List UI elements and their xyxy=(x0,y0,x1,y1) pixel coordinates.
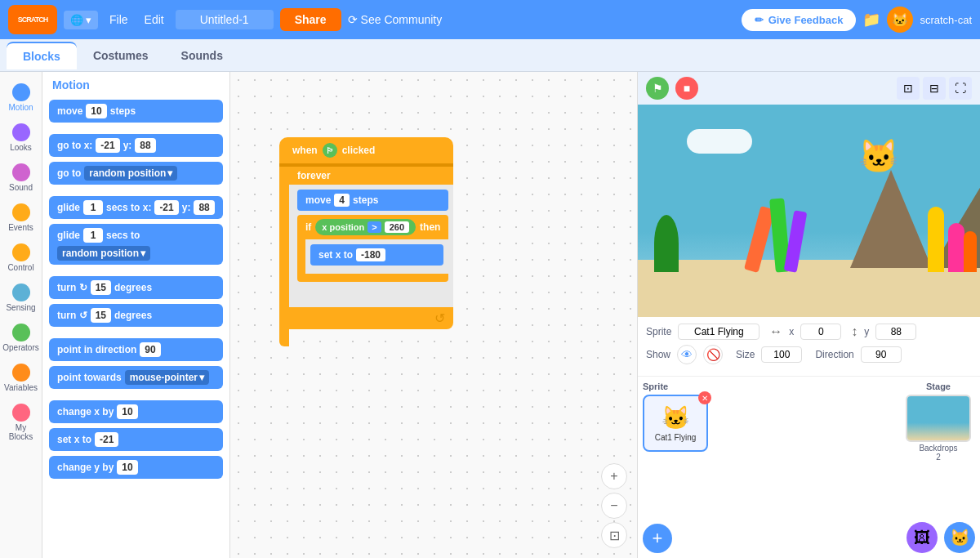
give-feedback-button[interactable]: ✏ Give Feedback xyxy=(742,9,857,31)
block-change-x[interactable]: change x by 10 xyxy=(49,400,223,423)
direction-input[interactable] xyxy=(861,346,902,363)
avatar-emoji: 🐱 xyxy=(892,12,908,28)
tab-blocks[interactable]: Blocks xyxy=(7,42,77,69)
username-label[interactable]: scratch-cat xyxy=(920,14,972,26)
block-set-x[interactable]: set x to -21 xyxy=(49,428,223,451)
sprite-action-icon: 🐱 xyxy=(950,528,970,547)
show-hidden-button[interactable]: 🚫 xyxy=(703,345,723,364)
forever-block[interactable]: forever move 4 steps xyxy=(279,167,453,346)
normal-view-button[interactable]: ⊡ xyxy=(897,77,920,100)
scratch-logo[interactable]: SCRATCH xyxy=(8,5,57,34)
forever-arrow-icon: ↺ xyxy=(434,310,445,326)
cond-val[interactable]: 260 xyxy=(385,221,409,233)
project-title[interactable]: Untitled-1 xyxy=(176,10,274,29)
set-x-val[interactable]: -180 xyxy=(356,248,385,261)
backdrops-label: Backdrops xyxy=(919,444,957,453)
sprite-action-button[interactable]: 🐱 xyxy=(944,522,975,553)
block-glide-xy[interactable]: glide 1 secs to x: -21 y: 88 xyxy=(49,196,223,219)
green-flag-button[interactable]: ⚑ xyxy=(646,77,669,100)
block-goto-random[interactable]: go to random position ▾ xyxy=(49,162,223,185)
block-point-towards[interactable]: point towards mouse-pointer ▾ xyxy=(49,366,223,389)
zoom-in-button[interactable]: + xyxy=(601,463,627,489)
if-mouth-wrap: set x to -180 xyxy=(297,239,448,274)
show-visible-button[interactable]: 👁 xyxy=(677,345,697,364)
globe-menu[interactable]: 🌐 ▾ xyxy=(64,11,98,29)
see-community-link[interactable]: ⟳ See Community xyxy=(348,13,443,26)
sprite-info-row-2: Show 👁 🚫 Size Direction xyxy=(646,345,972,364)
block-change-y[interactable]: change y by 10 xyxy=(49,456,223,479)
sprite-delete-button[interactable]: ✕ xyxy=(698,391,711,404)
fullscreen-button[interactable]: ⛶ xyxy=(949,77,972,100)
forever-contents: forever move 4 steps xyxy=(289,167,453,346)
if-left-arm xyxy=(297,239,305,274)
tab-sounds[interactable]: Sounds xyxy=(165,42,239,69)
stage-thumb[interactable] xyxy=(906,395,971,442)
sidebar-item-events[interactable]: Events xyxy=(2,199,41,237)
y-coord-label: y xyxy=(864,326,869,337)
give-feedback-label: Give Feedback xyxy=(768,14,844,26)
if-mouth[interactable]: set x to -180 xyxy=(305,239,448,274)
sprite-name-input[interactable] xyxy=(678,324,760,340)
sensing-dot xyxy=(12,283,30,301)
add-sprite-button[interactable]: + xyxy=(643,524,672,553)
sidebar-item-motion[interactable]: Motion xyxy=(2,78,41,117)
main-area: Motion Looks Sound Events Control Sensin… xyxy=(0,72,980,558)
direction-label: Direction xyxy=(815,349,853,360)
set-x-block[interactable]: set x to -180 xyxy=(310,244,443,266)
stage-canvas: 🐱 xyxy=(638,105,980,317)
sprite-list-area: Sprite ✕ 🐱 Cat1 Flying Stage Backdrops 2 xyxy=(638,377,980,558)
globe-arrow: ▾ xyxy=(86,14,91,26)
myblocks-label: My Blocks xyxy=(5,423,38,441)
variables-dot xyxy=(12,364,30,382)
sidebar-item-sensing[interactable]: Sensing xyxy=(2,279,41,317)
sprite-cat-thumb[interactable]: ✕ 🐱 Cat1 Flying xyxy=(643,395,708,452)
y-coord-input[interactable] xyxy=(875,324,916,340)
stop-icon: ■ xyxy=(684,82,690,95)
size-input[interactable] xyxy=(761,346,802,363)
scene-volcano xyxy=(850,170,932,268)
zoom-out-button[interactable]: − xyxy=(601,493,627,519)
sidebar-item-control[interactable]: Control xyxy=(2,239,41,277)
block-turn-cw[interactable]: turn ↻ 15 degrees xyxy=(49,276,223,299)
edit-menu[interactable]: Edit xyxy=(140,13,169,26)
sidebar-item-sound[interactable]: Sound xyxy=(2,158,41,197)
plant-3 xyxy=(964,231,977,272)
stage-section-title: Stage xyxy=(902,382,975,391)
hat-block-when-clicked[interactable]: when 🏳 clicked xyxy=(279,137,453,167)
sidebar-item-looks[interactable]: Looks xyxy=(2,118,41,157)
looks-dot xyxy=(12,123,30,141)
forever-left-arm xyxy=(279,167,289,346)
block-point-direction[interactable]: point in direction 90 xyxy=(49,338,223,361)
looks-label: Looks xyxy=(10,143,32,152)
tab-costumes[interactable]: Costumes xyxy=(77,42,165,69)
block-turn-ccw[interactable]: turn ↺ 15 degrees xyxy=(49,304,223,327)
arrows-y-icon: ↕ xyxy=(851,324,858,339)
operator-gt[interactable]: > xyxy=(368,221,381,233)
code-area[interactable]: when 🏳 clicked forever mov xyxy=(230,72,637,558)
backdrop-action-button[interactable]: 🖼 xyxy=(906,522,938,553)
share-button[interactable]: Share xyxy=(280,8,341,31)
block-move-steps[interactable]: move 10 steps xyxy=(49,100,223,123)
sprite-label: Sprite xyxy=(646,326,671,337)
code-block-group[interactable]: when 🏳 clicked forever mov xyxy=(279,137,453,346)
folder-icon[interactable]: 📁 xyxy=(862,11,880,29)
block-goto-xy[interactable]: go to x: -21 y: 88 xyxy=(49,134,223,157)
green-flag-icon: 🏳 xyxy=(323,143,337,158)
sidebar-item-myblocks[interactable]: My Blocks xyxy=(2,399,41,446)
condition-block[interactable]: x position > 260 xyxy=(315,219,416,235)
forever-body[interactable]: move 4 steps if x position xyxy=(289,185,453,307)
stage-controls: ⚑ ■ ⊡ ⊟ ⛶ xyxy=(638,72,980,105)
flag-icon: ⚑ xyxy=(653,82,663,95)
stop-button[interactable]: ■ xyxy=(675,77,698,100)
zoom-fit-button[interactable]: ⊡ xyxy=(601,522,627,548)
x-coord-input[interactable] xyxy=(800,324,841,340)
file-menu[interactable]: File xyxy=(105,13,133,26)
small-view-button[interactable]: ⊟ xyxy=(923,77,946,100)
move-block[interactable]: move 4 steps xyxy=(297,190,448,211)
category-sidebar: Motion Looks Sound Events Control Sensin… xyxy=(0,72,42,558)
user-avatar[interactable]: 🐱 xyxy=(887,7,913,33)
sidebar-item-variables[interactable]: Variables xyxy=(2,359,41,397)
sidebar-item-operators[interactable]: Operators xyxy=(2,319,41,357)
block-glide-random[interactable]: glide 1 secs to random position ▾ xyxy=(49,224,223,265)
if-block[interactable]: if x position > 260 then xyxy=(297,215,448,282)
